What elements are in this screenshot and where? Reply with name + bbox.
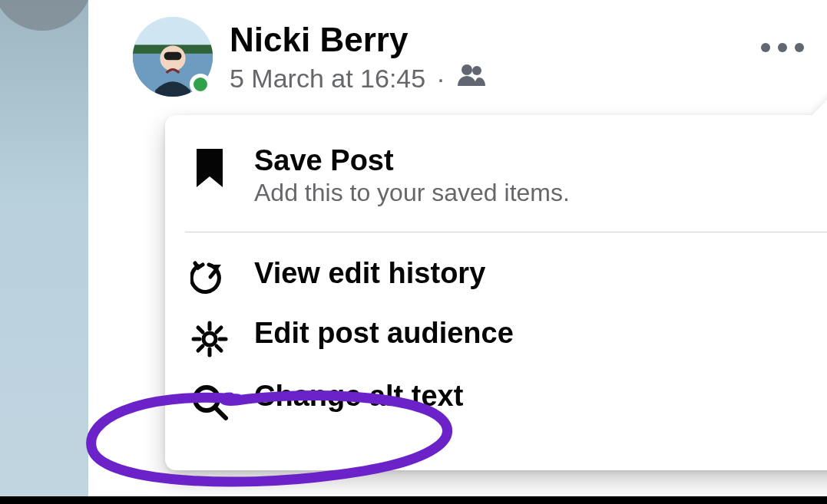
online-status-icon bbox=[190, 74, 211, 95]
svg-line-15 bbox=[217, 328, 221, 332]
separator-dot: · bbox=[433, 64, 448, 94]
author-name[interactable]: Nicki Berry bbox=[230, 21, 487, 58]
edit-history-icon bbox=[188, 257, 231, 295]
menu-item-edit-audience[interactable]: Edit post audience bbox=[179, 306, 827, 369]
post-options-menu: Save Post Add this to your saved items. … bbox=[165, 115, 827, 470]
svg-point-6 bbox=[472, 66, 481, 75]
svg-line-14 bbox=[217, 346, 221, 351]
menu-item-view-edit-history[interactable]: View edit history bbox=[179, 246, 827, 306]
menu-item-change-alt-text[interactable]: Change alt text bbox=[179, 369, 827, 432]
svg-point-8 bbox=[203, 333, 216, 345]
post-meta: 5 March at 16:45 · bbox=[230, 63, 487, 94]
svg-rect-4 bbox=[164, 52, 182, 60]
menu-item-save-post[interactable]: Save Post Add this to your saved items. bbox=[179, 133, 827, 218]
menu-divider bbox=[185, 232, 827, 232]
post-options-button[interactable] bbox=[761, 43, 804, 52]
menu-item-title: Edit post audience bbox=[254, 317, 514, 350]
post-timestamp[interactable]: 5 March at 16:45 bbox=[230, 64, 425, 94]
author-avatar[interactable] bbox=[133, 17, 213, 97]
audience-icon[interactable] bbox=[456, 63, 487, 94]
background-strip bbox=[0, 0, 88, 504]
menu-item-subtitle: Add this to your saved items. bbox=[254, 179, 570, 207]
background-shadow bbox=[0, 0, 92, 31]
svg-line-7 bbox=[210, 269, 217, 277]
svg-line-18 bbox=[216, 408, 226, 418]
post-card: Nicki Berry 5 March at 16:45 · bbox=[88, 0, 827, 504]
bottom-border bbox=[0, 496, 827, 504]
menu-item-title: Change alt text bbox=[254, 380, 463, 413]
gear-icon bbox=[188, 317, 231, 358]
menu-item-title: Save Post bbox=[254, 144, 570, 177]
bookmark-icon bbox=[188, 144, 231, 189]
search-icon bbox=[188, 380, 231, 421]
menu-item-title: View edit history bbox=[254, 257, 485, 290]
svg-line-13 bbox=[198, 328, 203, 332]
post-header: Nicki Berry 5 March at 16:45 · bbox=[88, 0, 827, 97]
svg-line-16 bbox=[198, 346, 203, 351]
svg-point-5 bbox=[461, 64, 472, 75]
